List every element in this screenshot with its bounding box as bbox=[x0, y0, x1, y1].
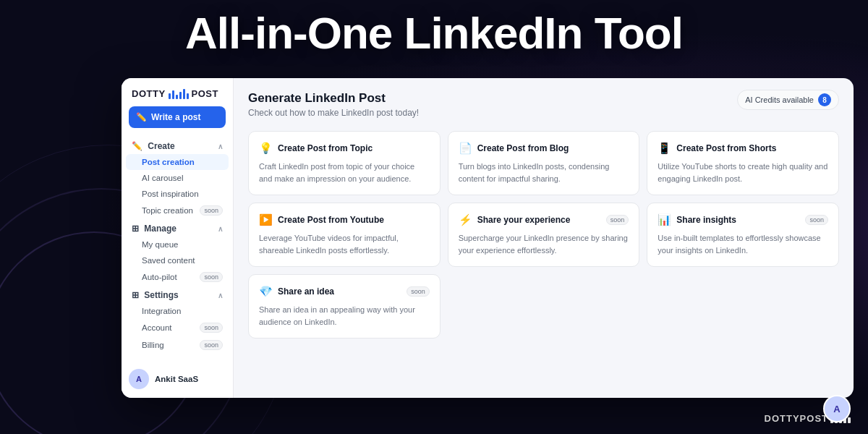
write-post-label: Write a post bbox=[151, 112, 200, 122]
write-post-button[interactable]: ✏️ Write a post bbox=[129, 106, 226, 128]
main-subtitle: Check out how to make LinkedIn post toda… bbox=[248, 108, 419, 118]
nav-item-topic-creation[interactable]: Topic creation soon bbox=[126, 202, 229, 219]
main-content: Generate LinkedIn Post Check out how to … bbox=[234, 78, 854, 398]
sidebar-user[interactable]: A Ankit SaaS bbox=[122, 362, 233, 398]
cards-grid: 💡Create Post from TopicCraft LinkedIn po… bbox=[248, 131, 839, 339]
card-icon-1: 📄 bbox=[459, 142, 472, 155]
card-desc-2: Utilize YouTube shorts to create high qu… bbox=[658, 161, 828, 184]
create-nav-icon: ✏️ bbox=[132, 141, 142, 151]
settings-chevron: ∧ bbox=[218, 292, 223, 299]
pencil-icon: ✏️ bbox=[136, 112, 147, 122]
page-header: All-in-One LinkedIn Tool bbox=[0, 9, 868, 58]
nav-item-my-queue[interactable]: My queue bbox=[126, 237, 229, 252]
nav-item-account[interactable]: Account soon bbox=[126, 319, 229, 336]
logo-bars bbox=[169, 89, 189, 99]
card-icon-0: 💡 bbox=[259, 142, 273, 155]
billing-badge: soon bbox=[200, 340, 223, 350]
ai-credits-badge: AI Credits available 8 bbox=[737, 90, 839, 110]
card-0[interactable]: 💡Create Post from TopicCraft LinkedIn po… bbox=[248, 131, 441, 195]
user-name-label: Ankit SaaS bbox=[155, 375, 198, 383]
main-title: Generate LinkedIn Post bbox=[248, 91, 419, 106]
manage-label: Manage bbox=[144, 224, 176, 234]
card-icon-2: 📱 bbox=[658, 142, 671, 155]
settings-items: Integration Account soon Billing soon bbox=[126, 303, 229, 354]
card-title-3: Create Post from Youtube bbox=[278, 215, 430, 225]
nav-item-post-inspiration[interactable]: Post inspiration bbox=[126, 186, 229, 202]
settings-label: Settings bbox=[144, 290, 178, 300]
nav-group-create[interactable]: ✏️ Create ∧ bbox=[126, 137, 229, 154]
card-badge-5: soon bbox=[805, 215, 828, 225]
card-3[interactable]: ▶️Create Post from YoutubeLeverage YouTu… bbox=[248, 203, 441, 267]
card-2[interactable]: 📱Create Post from ShortsUtilize YouTube … bbox=[647, 131, 839, 195]
ai-credits-label: AI Credits available bbox=[745, 95, 814, 104]
card-desc-6: Share an idea in an appealing way with y… bbox=[259, 304, 430, 328]
bar-1 bbox=[169, 93, 171, 99]
bar-2 bbox=[172, 90, 174, 99]
card-desc-0: Craft LinkedIn post from topic of your c… bbox=[259, 161, 430, 184]
card-title-1: Create Post from Blog bbox=[477, 143, 629, 153]
card-badge-4: soon bbox=[606, 215, 629, 225]
card-desc-5: Use in-built templates to effortlessly s… bbox=[658, 232, 828, 256]
card-4[interactable]: ⚡Share your experiencesoonSupercharge yo… bbox=[448, 203, 640, 267]
card-desc-1: Turn blogs into LinkedIn posts, condensi… bbox=[459, 161, 629, 184]
create-label: Create bbox=[148, 141, 174, 151]
nav-section: ✏️ Create ∧ Post creation AI carousel Po… bbox=[122, 137, 233, 354]
create-chevron: ∧ bbox=[218, 142, 223, 150]
card-title-4: Share your experience bbox=[477, 215, 601, 225]
card-icon-6: 💎 bbox=[259, 285, 273, 298]
nav-group-settings[interactable]: ⊞ Settings ∧ bbox=[126, 286, 229, 303]
nav-item-auto-pilot[interactable]: Auto-pilot soon bbox=[126, 268, 229, 286]
corner-avatar: A bbox=[823, 395, 851, 422]
nav-item-saved-content[interactable]: Saved content bbox=[126, 252, 229, 268]
card-5[interactable]: 📊Share insightssoonUse in-built template… bbox=[647, 203, 839, 267]
nav-item-ai-carousel[interactable]: AI carousel bbox=[126, 170, 229, 186]
card-title-6: Share an idea bbox=[278, 286, 401, 297]
card-icon-4: ⚡ bbox=[459, 213, 472, 226]
bar-3 bbox=[176, 95, 178, 99]
b5 bbox=[848, 417, 851, 423]
user-avatar: A bbox=[129, 369, 149, 389]
page-title: All-in-One LinkedIn Tool bbox=[0, 9, 868, 58]
bar-5 bbox=[183, 89, 185, 99]
manage-chevron: ∧ bbox=[218, 225, 223, 233]
settings-nav-icon: ⊞ bbox=[132, 290, 139, 300]
bar-4 bbox=[179, 92, 182, 99]
auto-pilot-badge: soon bbox=[200, 272, 223, 282]
bottom-logo-text: DOTTYPOST bbox=[765, 413, 828, 424]
create-items: Post creation AI carousel Post inspirati… bbox=[126, 154, 229, 219]
app-window: DOTTY POST ✏️ Write a post ✏️ Create bbox=[122, 78, 854, 398]
manage-items: My queue Saved content Auto-pilot soon bbox=[126, 237, 229, 286]
nav-group-manage[interactable]: ⊞ Manage ∧ bbox=[126, 219, 229, 237]
sidebar: DOTTY POST ✏️ Write a post ✏️ Create bbox=[122, 78, 234, 398]
sidebar-logo: DOTTY POST bbox=[122, 78, 233, 106]
nav-item-integration[interactable]: Integration bbox=[126, 303, 229, 319]
card-title-2: Create Post from Shorts bbox=[676, 143, 828, 153]
card-title-0: Create Post from Topic bbox=[278, 143, 430, 153]
card-desc-4: Supercharge your LinkedIn presence by sh… bbox=[459, 232, 629, 256]
card-badge-6: soon bbox=[407, 286, 430, 297]
nav-item-billing[interactable]: Billing soon bbox=[126, 336, 229, 354]
ai-credits-number: 8 bbox=[818, 93, 831, 106]
manage-nav-icon: ⊞ bbox=[132, 224, 139, 234]
card-icon-3: ▶️ bbox=[259, 213, 273, 226]
logo-text: DOTTY bbox=[132, 88, 166, 99]
card-title-5: Share insights bbox=[676, 215, 800, 225]
account-badge: soon bbox=[200, 323, 223, 333]
bar-6 bbox=[187, 93, 189, 99]
topic-creation-badge: soon bbox=[200, 205, 223, 216]
card-icon-5: 📊 bbox=[658, 213, 671, 226]
nav-item-post-creation[interactable]: Post creation bbox=[126, 154, 229, 170]
card-desc-3: Leverage YouTube videos for impactful, s… bbox=[259, 232, 430, 256]
card-6[interactable]: 💎Share an ideasoonShare an idea in an ap… bbox=[248, 274, 441, 339]
card-1[interactable]: 📄Create Post from BlogTurn blogs into Li… bbox=[448, 131, 640, 195]
logo-post: POST bbox=[192, 88, 218, 99]
